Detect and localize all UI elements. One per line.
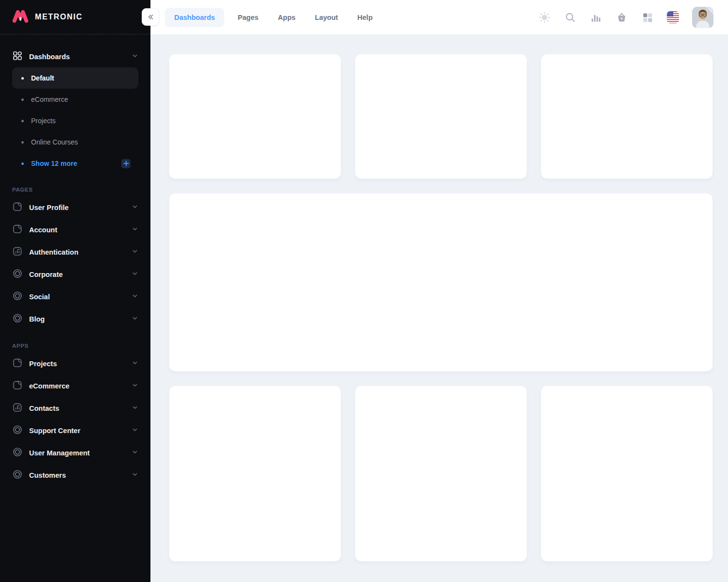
chevron-down-icon [132,270,138,279]
sidebar-item-social[interactable]: Social [12,286,138,308]
header-actions [538,7,713,28]
sidebar-item-online-courses[interactable]: Online Courses [12,131,138,153]
sidebar-item-label: Projects [31,117,131,125]
sidebar-item-label: Corporate [29,271,132,278]
sidebar-item-blog[interactable]: Blog [12,308,138,330]
chevron-down-icon [132,226,138,234]
chart-icon [12,246,23,259]
globe-icon [12,268,23,281]
stats-icon[interactable] [590,11,602,24]
chevron-down-icon [132,248,138,257]
note-icon [12,201,23,214]
globe-icon [12,313,23,325]
show-more-plus-button[interactable] [121,159,131,168]
sidebar-item-apps-ecommerce[interactable]: eCommerce [12,375,138,397]
metronic-logo-icon [12,9,29,25]
double-chevron-left-icon [147,13,154,21]
bullet-dot [21,77,24,80]
note-icon [12,357,23,370]
sidebar-item-label: eCommerce [31,96,131,103]
globe-icon [12,469,23,482]
chevron-down-icon [132,404,138,413]
cards-grid [169,54,713,562]
sidebar-item-label: Support Center [29,427,132,435]
user-avatar[interactable] [692,7,713,28]
sidebar-item-corporate[interactable]: Corporate [12,263,138,286]
nav-tab-help[interactable]: Help [357,14,372,21]
chevron-down-icon [132,449,138,457]
basket-icon[interactable] [615,11,628,24]
sidebar-item-label: eCommerce [29,382,132,390]
sidebar-item-label: Dashboards [29,53,132,61]
bullet-dot [21,98,24,101]
card-wide [169,193,713,372]
brand-name: METRONIC [35,13,83,21]
flag-canton [667,11,673,16]
sidebar-item-label: User Management [29,449,132,457]
sidebar-item-label: Authentication [29,248,132,256]
apps-grid-icon[interactable] [641,11,654,24]
chevron-down-icon [132,359,138,368]
section-title-pages: PAGES [12,187,138,193]
sidebar-menu: Dashboards Default eCommerce Projects On… [0,34,150,486]
card-bottom-1 [169,386,341,562]
card-top-3 [541,54,713,179]
sidebar-item-label: Contacts [29,404,132,412]
chevron-down-icon [132,203,138,212]
sidebar-item-ecommerce[interactable]: eCommerce [12,89,138,110]
sidebar-item-label: Online Courses [31,138,131,146]
sidebar-item-user-profile[interactable]: User Profile [12,196,138,219]
sidebar-item-authentication[interactable]: Authentication [12,241,138,263]
sidebar-item-show-more[interactable]: Show 12 more [12,153,138,174]
card-top-1 [169,54,341,179]
sidebar-item-customers[interactable]: Customers [12,464,138,486]
chevron-down-icon [132,52,138,61]
sidebar-item-apps-projects[interactable]: Projects [12,353,138,375]
plus-icon [123,161,129,166]
globe-icon [12,447,23,459]
sidebar-item-support-center[interactable]: Support Center [12,420,138,442]
sidebar-item-contacts[interactable]: Contacts [12,397,138,420]
card-top-2 [355,54,527,179]
sidebar-collapse-button[interactable] [142,8,159,26]
bullet-dot [21,162,24,165]
top-header: Dashboards Pages Apps Layout Help [150,0,728,34]
logo-row: METRONIC [0,0,150,34]
sidebar-item-user-management[interactable]: User Management [12,442,138,464]
chevron-down-icon [132,315,138,323]
chevron-down-icon [132,471,138,480]
main-content [150,34,728,582]
bullet-dot [21,141,24,144]
sidebar-item-default[interactable]: Default [12,67,138,89]
chevron-down-icon [132,382,138,390]
sidebar-item-label: User Profile [29,204,132,211]
theme-sun-icon[interactable] [538,11,551,24]
globe-icon [12,424,23,437]
sidebar-item-dashboards[interactable]: Dashboards [12,46,138,67]
bullet-dot [21,120,24,122]
section-title-apps: APPS [12,343,138,349]
nav-tab-pages[interactable]: Pages [238,14,259,21]
grid-icon [12,50,23,63]
nav-tab-apps[interactable]: Apps [278,14,296,21]
sidebar: METRONIC Dashboards [0,0,150,582]
chevron-down-icon [132,292,138,301]
sidebar-item-account[interactable]: Account [12,219,138,241]
sidebar-item-label: Customers [29,471,132,479]
top-nav: Dashboards Pages Apps Layout Help [165,8,373,27]
card-bottom-2 [355,386,527,562]
nav-tab-layout[interactable]: Layout [315,14,338,21]
sidebar-item-label: Projects [29,360,132,368]
sidebar-item-label: Account [29,226,132,234]
note-icon [12,380,23,392]
nav-tab-dashboards[interactable]: Dashboards [165,8,224,27]
search-icon[interactable] [564,11,577,24]
sidebar-item-label: Social [29,293,132,301]
app-window: METRONIC Dashboards [0,0,728,582]
language-us-flag[interactable] [667,11,679,23]
chevron-down-icon [132,426,138,435]
sidebar-item-projects[interactable]: Projects [12,110,138,131]
sidebar-item-label: Show 12 more [31,160,121,167]
note-icon [12,224,23,236]
sidebar-item-label: Default [31,74,131,82]
